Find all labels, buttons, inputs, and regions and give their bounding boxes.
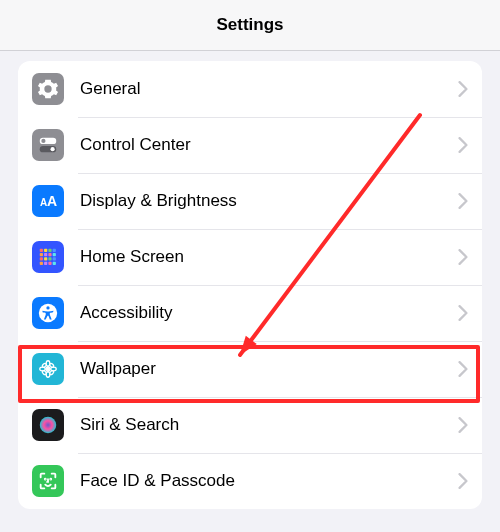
header: Settings <box>0 0 500 51</box>
siri-icon <box>32 409 64 441</box>
svg-rect-14 <box>40 257 43 260</box>
svg-rect-15 <box>44 257 47 260</box>
chevron-right-icon <box>458 417 468 433</box>
row-faceid-passcode[interactable]: Face ID & Passcode <box>18 453 482 509</box>
chevron-right-icon <box>458 81 468 97</box>
row-label: Siri & Search <box>80 415 458 435</box>
row-label: Face ID & Passcode <box>80 471 458 491</box>
row-label: Accessibility <box>80 303 458 323</box>
svg-rect-17 <box>53 257 56 260</box>
grid-icon <box>32 241 64 273</box>
svg-rect-13 <box>53 253 56 256</box>
chevron-right-icon <box>458 137 468 153</box>
row-label: Display & Brightness <box>80 191 458 211</box>
svg-rect-18 <box>40 262 43 265</box>
svg-point-24 <box>46 367 50 371</box>
chevron-right-icon <box>458 361 468 377</box>
faceid-icon <box>32 465 64 497</box>
chevron-right-icon <box>458 305 468 321</box>
svg-rect-6 <box>40 249 43 252</box>
svg-rect-19 <box>44 262 47 265</box>
settings-group: General Control Center AA Display & Brig… <box>18 61 482 509</box>
chevron-right-icon <box>458 473 468 489</box>
svg-rect-8 <box>48 249 51 252</box>
svg-rect-9 <box>53 249 56 252</box>
row-accessibility[interactable]: Accessibility <box>18 285 482 341</box>
chevron-right-icon <box>458 193 468 209</box>
row-label: Control Center <box>80 135 458 155</box>
svg-point-35 <box>50 479 51 480</box>
toggles-icon <box>32 129 64 161</box>
svg-rect-20 <box>48 262 51 265</box>
row-display-brightness[interactable]: AA Display & Brightness <box>18 173 482 229</box>
svg-rect-11 <box>44 253 47 256</box>
row-label: Wallpaper <box>80 359 458 379</box>
row-home-screen[interactable]: Home Screen <box>18 229 482 285</box>
row-control-center[interactable]: Control Center <box>18 117 482 173</box>
svg-rect-12 <box>48 253 51 256</box>
svg-rect-7 <box>44 249 47 252</box>
svg-point-3 <box>50 147 54 151</box>
flower-icon <box>32 353 64 385</box>
row-siri-search[interactable]: Siri & Search <box>18 397 482 453</box>
row-general[interactable]: General <box>18 61 482 117</box>
accessibility-icon <box>32 297 64 329</box>
svg-point-33 <box>40 417 57 434</box>
svg-rect-16 <box>48 257 51 260</box>
row-wallpaper[interactable]: Wallpaper <box>18 341 482 397</box>
chevron-right-icon <box>458 249 468 265</box>
svg-point-23 <box>46 306 49 309</box>
page-title: Settings <box>216 15 283 35</box>
row-label: General <box>80 79 458 99</box>
gear-icon <box>32 73 64 105</box>
svg-point-34 <box>45 479 46 480</box>
svg-text:A: A <box>47 193 57 209</box>
text-size-icon: AA <box>32 185 64 217</box>
row-label: Home Screen <box>80 247 458 267</box>
svg-point-1 <box>41 139 45 143</box>
svg-rect-21 <box>53 262 56 265</box>
svg-rect-10 <box>40 253 43 256</box>
